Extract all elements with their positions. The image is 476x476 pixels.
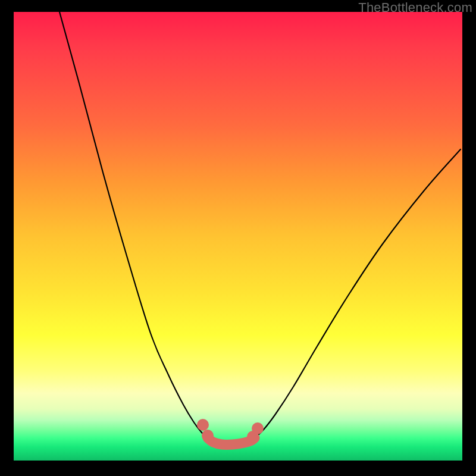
highlight-dots bbox=[197, 419, 264, 443]
highlight-dot bbox=[197, 419, 209, 431]
curve-left-branch bbox=[60, 12, 208, 438]
curve-overlay bbox=[14, 12, 462, 461]
highlight-dot bbox=[202, 430, 214, 441]
curve-right-branch bbox=[255, 149, 461, 438]
highlight-dot bbox=[252, 422, 264, 434]
